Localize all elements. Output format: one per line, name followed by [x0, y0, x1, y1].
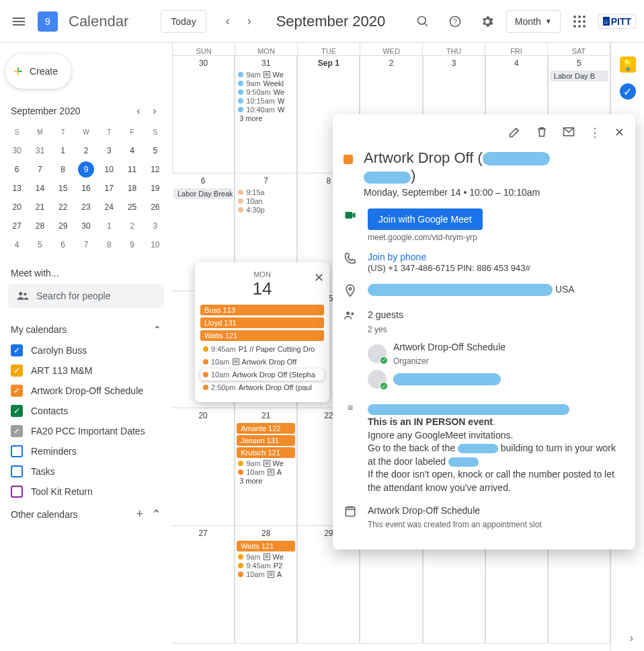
mini-cal-day[interactable]: 8 [52, 160, 75, 179]
checkbox[interactable] [11, 445, 23, 457]
close-button[interactable]: ✕ [614, 125, 625, 141]
event-item[interactable]: 9amWeekl [237, 79, 295, 87]
checkbox[interactable] [11, 486, 23, 498]
calendar-item[interactable]: Tasks [5, 461, 167, 482]
event-chip[interactable]: Jensen 131 [237, 435, 295, 446]
mini-cal-day[interactable]: 12 [144, 160, 167, 179]
mini-cal-day[interactable]: 7 [28, 160, 51, 179]
mini-cal-day[interactable]: 1 [97, 217, 120, 235]
day-cell[interactable]: 30 [172, 56, 235, 173]
event-chip[interactable]: Buss 113 [200, 305, 324, 315]
mini-cal-day[interactable]: 16 [75, 179, 97, 198]
mini-cal-day[interactable]: 9 [120, 235, 143, 254]
event-item[interactable]: 9am⊞We [237, 459, 295, 467]
mini-cal-day[interactable]: 27 [5, 217, 28, 235]
mini-cal-day[interactable]: 20 [5, 198, 28, 217]
event-item[interactable]: 9:15a [237, 188, 295, 196]
mini-cal-day[interactable]: 30 [75, 217, 97, 235]
event-item[interactable]: 9:45amP2 [237, 562, 295, 570]
more-link[interactable]: 3 more [237, 114, 295, 122]
event-chip[interactable]: Krutsch 121 [237, 447, 295, 458]
more-link[interactable]: 3 more [237, 477, 295, 485]
day-cell[interactable]: 27 [172, 526, 235, 643]
calendar-item[interactable]: ✓FA20 PCC Important Dates [5, 421, 167, 441]
mini-cal-day[interactable]: 24 [97, 198, 120, 217]
tasks-icon[interactable]: ✓ [620, 83, 636, 100]
checkbox[interactable]: ✓ [11, 405, 23, 417]
event-chip[interactable]: Watts 121 [200, 330, 324, 341]
mini-cal-day[interactable]: 2 [120, 217, 143, 235]
checkbox[interactable]: ✓ [11, 425, 23, 437]
menu-button[interactable] [5, 8, 32, 35]
event-item[interactable]: 10am⊞A [237, 570, 295, 578]
calendar-item[interactable]: ✓Contacts [5, 401, 167, 421]
calendar-item[interactable]: ✓Carolyn Buss [5, 340, 167, 360]
mini-cal-day[interactable]: 29 [52, 217, 75, 235]
settings-button[interactable] [474, 8, 501, 35]
other-calendars-toggle[interactable]: Other calendars + ⌃ [5, 502, 167, 527]
delete-button[interactable] [535, 125, 549, 141]
add-calendar-button[interactable]: + [136, 507, 143, 522]
event-item[interactable]: 10am⊞Artwork Drop Off [200, 356, 324, 368]
checkbox[interactable]: ✓ [11, 385, 23, 397]
mini-cal-day[interactable]: 19 [144, 179, 167, 198]
event-chip[interactable]: Watts 121 [237, 541, 295, 551]
google-apps-button[interactable] [566, 8, 593, 35]
mini-cal-day[interactable]: 6 [52, 235, 75, 254]
mini-cal-day[interactable]: 10 [97, 160, 120, 179]
event-item[interactable]: 10:40amW [237, 106, 295, 114]
mini-cal-day[interactable]: 9 [78, 161, 94, 178]
mini-cal-day[interactable]: 28 [28, 217, 51, 235]
checkbox[interactable]: ✓ [11, 344, 23, 356]
mini-cal-day[interactable]: 23 [75, 198, 97, 217]
mini-cal-day[interactable]: 7 [75, 235, 97, 254]
keep-icon[interactable]: 💡 [620, 56, 636, 73]
event-item[interactable]: 4:30p [237, 206, 295, 214]
search-people-input[interactable]: Search for people [8, 284, 164, 308]
my-calendars-toggle[interactable]: My calendars ⌃ [5, 319, 167, 340]
mini-next-button[interactable]: › [148, 105, 161, 117]
side-panel-collapse[interactable]: › [630, 632, 633, 644]
today-button[interactable]: Today [161, 10, 206, 33]
event-item[interactable]: 9:45amP1 // Paper Cutting Dro [200, 343, 324, 355]
event-item[interactable]: 9am⊞We [237, 71, 295, 79]
guest-row[interactable]: ✓ [368, 370, 625, 389]
mini-cal-day[interactable]: 8 [97, 235, 120, 254]
chevron-up-icon[interactable]: ⌃ [151, 507, 161, 522]
mini-cal-day[interactable]: 10 [144, 235, 167, 254]
event-item[interactable]: 9:50amWe [237, 88, 295, 96]
event-item[interactable]: 10am⊞A [237, 468, 295, 476]
create-button[interactable]: + Create [5, 54, 71, 89]
mini-cal-day[interactable]: 4 [120, 141, 143, 160]
search-button[interactable] [409, 8, 436, 35]
checkbox[interactable]: ✓ [11, 365, 23, 377]
checkbox[interactable] [11, 465, 23, 477]
mini-prev-button[interactable]: ‹ [132, 105, 145, 117]
event-item[interactable]: 10amArtwork Drop Off (Stepha [200, 369, 324, 381]
day-cell[interactable]: 21Amante 122Jensen 131Krutsch 1219am⊞We1… [235, 408, 297, 525]
event-item[interactable]: 9am⊞We [237, 553, 295, 561]
day-cell[interactable]: 20 [172, 408, 235, 525]
day-cell[interactable]: 28Watts 1219am⊞We9:45amP210am⊞A [235, 526, 297, 643]
event-chip[interactable]: Lloyd 131 [200, 317, 324, 328]
event-chip[interactable]: Amante 122 [237, 423, 295, 434]
mini-cal-day[interactable]: 31 [28, 141, 51, 160]
event-chip[interactable]: Labor Day Break [173, 188, 233, 199]
event-item[interactable]: 10an [237, 197, 295, 205]
mini-cal-day[interactable]: 14 [28, 179, 51, 198]
event-item[interactable]: 10:15amW [237, 97, 295, 105]
mini-cal-day[interactable]: 25 [120, 198, 143, 217]
mini-cal-day[interactable]: 26 [144, 198, 167, 217]
mini-cal-day[interactable]: 5 [28, 235, 51, 254]
mini-cal-day[interactable]: 1 [52, 141, 75, 160]
edit-button[interactable] [508, 125, 522, 141]
mini-cal-day[interactable]: 15 [52, 179, 75, 198]
mini-cal-day[interactable]: 21 [28, 198, 51, 217]
guest-row[interactable]: ✓ Artwork Drop-Off Schedule Organizer [368, 341, 625, 367]
close-button[interactable]: ✕ [314, 270, 324, 285]
mini-cal-day[interactable]: 5 [144, 141, 167, 160]
day-cell[interactable]: 319am⊞We9amWeekl9:50amWe10:15amW10:40amW… [235, 56, 297, 173]
mini-cal-day[interactable]: 4 [5, 235, 28, 254]
mini-cal-day[interactable]: 2 [75, 141, 97, 160]
mini-cal-day[interactable]: 18 [120, 179, 143, 198]
